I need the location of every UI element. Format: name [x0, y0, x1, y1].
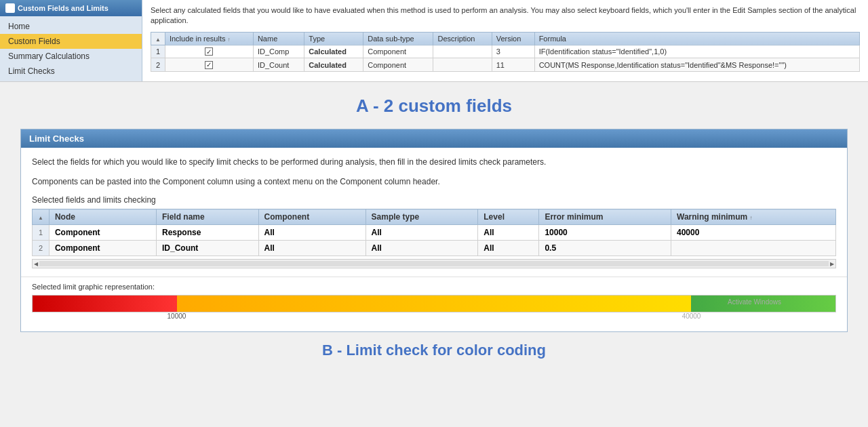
- checkbox-checked-1: ✓: [205, 47, 213, 56]
- llevel-1: All: [478, 225, 539, 241]
- top-description: Select any calculated fields that you wo…: [151, 5, 860, 26]
- bar-label-40000: 40000: [682, 312, 701, 320]
- graphic-section: Selected limit graphic representation: A…: [21, 277, 847, 331]
- sidebar-item-home[interactable]: Home: [0, 19, 142, 34]
- panel-desc-line2: Components can be pasted into the Compon…: [32, 176, 836, 188]
- th-name[interactable]: Name: [253, 32, 304, 45]
- red-segment: [33, 296, 177, 312]
- bar-labels: 10000 40000: [32, 312, 836, 325]
- selected-fields-label: Selected fields and limits checking: [32, 195, 836, 205]
- custom-fields-table: ▲ Include in results ↑ Name Type Data su…: [151, 32, 860, 72]
- th-formula[interactable]: Formula: [534, 32, 859, 45]
- lth-field-name[interactable]: Field name: [156, 209, 258, 225]
- sort-arrow-limit: ▲: [38, 215, 43, 221]
- description-2: [433, 58, 492, 72]
- activate-windows-text: Activate Windows: [728, 298, 781, 306]
- checkbox-checked-2: ✓: [205, 61, 213, 69]
- lnode-2: Component: [49, 241, 156, 256]
- table-row: 2 ✓ ID_Count Calculated Component 11 COU…: [151, 58, 860, 72]
- lth-sample-type[interactable]: Sample type: [366, 209, 478, 225]
- row-num-1: 1: [151, 45, 165, 58]
- limit-checks-table: ▲ Node Field name Component Sample type …: [32, 209, 836, 256]
- type-2: Calculated: [304, 58, 363, 72]
- scroll-left-icon[interactable]: ◀: [34, 261, 38, 267]
- lfieldname-1: Response: [156, 225, 258, 241]
- table-row: 1 ✓ ID_Comp Calculated Component 3 IF(Id…: [151, 45, 860, 58]
- lth-row-num: ▲: [33, 209, 50, 225]
- sort-icon-include: ↑: [228, 37, 231, 43]
- lwarnmin-1: 40000: [671, 225, 836, 241]
- row-num-2: 2: [151, 58, 165, 72]
- scroll-track: [39, 261, 829, 266]
- sidebar-icon: [5, 3, 15, 13]
- lth-warning-minimum[interactable]: Warning minimum ↑: [671, 209, 836, 225]
- sort-arrow-warning: ↑: [750, 215, 753, 221]
- include-checkbox-1[interactable]: ✓: [165, 45, 253, 58]
- type-1: Calculated: [304, 45, 363, 58]
- description-1: [433, 45, 492, 58]
- lfieldname-2: ID_Count: [156, 241, 258, 256]
- lwarnmin-2: [671, 241, 836, 256]
- color-bar: Activate Windows: [32, 295, 836, 312]
- panel-desc-line1: Select the fields for which you would li…: [32, 156, 836, 169]
- section-b-label: B - Limit check for color coding: [0, 332, 868, 366]
- sub-type-2: Component: [363, 58, 433, 72]
- llevel-2: All: [478, 241, 539, 256]
- th-description[interactable]: Description: [433, 32, 492, 45]
- include-checkbox-2[interactable]: ✓: [165, 58, 253, 72]
- th-include-in-results[interactable]: Include in results ↑: [165, 32, 253, 45]
- lnode-1: Component: [49, 225, 156, 241]
- lrow-num-1: 1: [33, 225, 50, 241]
- lerrormin-1: 10000: [539, 225, 671, 241]
- section-a-label: A - 2 custom fields: [0, 82, 868, 129]
- sub-type-1: Component: [363, 45, 433, 58]
- th-type[interactable]: Type: [304, 32, 363, 45]
- limit-checks-panel: Limit Checks Select the fields for which…: [20, 129, 848, 332]
- lcomponent-1: All: [258, 225, 366, 241]
- lth-node[interactable]: Node: [49, 209, 156, 225]
- lcomponent-2: All: [258, 241, 366, 256]
- formula-2: COUNT(MS Response,Identification status=…: [534, 58, 859, 72]
- graphic-label: Selected limit graphic representation:: [32, 283, 836, 291]
- sidebar-item-limit-checks[interactable]: Limit Checks: [0, 64, 142, 79]
- top-section: Custom Fields and Limits Home Custom Fie…: [0, 0, 868, 82]
- version-2: 11: [492, 58, 534, 72]
- scroll-right-icon[interactable]: ▶: [830, 261, 834, 267]
- main-content-top: Select any calculated fields that you wo…: [142, 0, 868, 81]
- th-row-num: ▲: [151, 32, 165, 45]
- lth-component[interactable]: Component: [258, 209, 366, 225]
- lsampletype-2: All: [366, 241, 478, 256]
- sidebar-nav: Home Custom Fields Summary Calculations …: [0, 16, 142, 81]
- bar-label-10000: 10000: [167, 312, 186, 320]
- lth-level[interactable]: Level: [478, 209, 539, 225]
- formula-1: IF(Identification status="Identified",1,…: [534, 45, 859, 58]
- sidebar-title: Custom Fields and Limits: [18, 4, 108, 12]
- version-1: 3: [492, 45, 534, 58]
- lrow-num-2: 2: [33, 241, 50, 256]
- th-version[interactable]: Version: [492, 32, 534, 45]
- th-data-sub-type[interactable]: Data sub-type: [363, 32, 433, 45]
- panel-body: Select the fields for which you would li…: [21, 148, 847, 277]
- sidebar-item-summary-calculations[interactable]: Summary Calculations: [0, 49, 142, 64]
- lerrormin-2: 0.5: [539, 241, 671, 256]
- sidebar-header: Custom Fields and Limits: [0, 0, 142, 16]
- panel-header: Limit Checks: [21, 129, 847, 148]
- sidebar-item-custom-fields[interactable]: Custom Fields: [0, 34, 142, 49]
- yellow-segment: Activate Windows: [177, 296, 691, 312]
- name-1: ID_Comp: [253, 45, 304, 58]
- limit-table-row: 2 Component ID_Count All All All 0.5: [33, 241, 836, 256]
- lsampletype-1: All: [366, 225, 478, 241]
- horizontal-scrollbar[interactable]: ◀ ▶: [32, 259, 836, 268]
- name-2: ID_Count: [253, 58, 304, 72]
- limit-table-row: 1 Component Response All All All 10000 4…: [33, 225, 836, 241]
- lth-error-minimum[interactable]: Error minimum: [539, 209, 671, 225]
- sort-arrow-icon: ▲: [155, 37, 161, 43]
- sidebar: Custom Fields and Limits Home Custom Fie…: [0, 0, 142, 81]
